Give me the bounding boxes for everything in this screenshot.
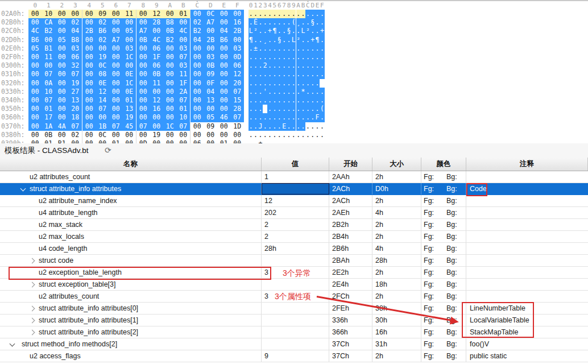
hex-byte[interactable]: 00 xyxy=(191,79,204,88)
hex-byte[interactable]: 11 xyxy=(123,10,136,18)
color-cell[interactable]: Fg:Bg: xyxy=(421,338,466,350)
ascii-char[interactable]: . xyxy=(315,18,320,27)
hex-byte[interactable]: 06 xyxy=(69,53,82,61)
hex-byte[interactable]: 00 xyxy=(82,70,96,78)
ascii-char[interactable]: . xyxy=(315,27,320,35)
comment-cell[interactable] xyxy=(466,195,588,206)
ascii-char[interactable]: . xyxy=(291,10,296,18)
name-cell[interactable]: u2 max_stack xyxy=(0,219,262,230)
value-cell[interactable]: 3 xyxy=(262,267,329,278)
hex-byte[interactable]: 00 xyxy=(109,61,123,70)
color-cell[interactable]: Fg:Bg: xyxy=(421,303,466,314)
hex-byte[interactable]: 06 xyxy=(231,61,245,70)
ascii-char[interactable]: . xyxy=(310,96,315,105)
hex-byte[interactable]: 00 xyxy=(28,113,42,122)
ascii-char[interactable]: . xyxy=(315,10,320,18)
hex-byte[interactable]: B6 xyxy=(217,36,231,44)
column-header-comment[interactable]: 注释 xyxy=(466,158,588,171)
hex-byte[interactable]: 03 xyxy=(231,44,245,53)
ascii-char[interactable]: . xyxy=(277,10,281,18)
ascii-char[interactable]: . xyxy=(258,131,263,139)
start-cell[interactable]: 2B4h xyxy=(329,231,372,242)
template-row[interactable]: u2 attributes_count12AAh2hFg:Bg: xyxy=(0,171,588,183)
ascii-char[interactable]: . xyxy=(258,70,263,78)
value-cell[interactable]: 2 xyxy=(262,219,329,230)
ascii-char[interactable]: . xyxy=(305,70,310,78)
hex-byte[interactable]: 00 xyxy=(136,113,150,122)
hex-byte[interactable]: A7 xyxy=(136,27,150,35)
hex-byte[interactable]: 00 xyxy=(191,44,204,53)
hex-byte[interactable]: 0C xyxy=(96,131,110,139)
hex-byte[interactable]: 00 xyxy=(231,36,245,44)
ascii-char[interactable]: ¸ xyxy=(263,36,267,44)
hex-byte[interactable]: 08 xyxy=(96,70,110,78)
ascii-char[interactable]: . xyxy=(305,122,310,131)
ascii-char[interactable]: . xyxy=(249,131,253,139)
ascii-char[interactable]: . xyxy=(263,53,267,61)
size-cell[interactable]: 2h xyxy=(372,219,421,230)
size-cell[interactable]: 18h xyxy=(372,279,421,290)
ascii-char[interactable]: . xyxy=(291,53,296,61)
ascii-char[interactable]: . xyxy=(272,131,277,139)
ascii-char[interactable]: . xyxy=(281,44,286,53)
color-cell[interactable]: Fg:Bg: xyxy=(421,171,466,183)
hex-byte[interactable]: 00 xyxy=(150,27,164,35)
ascii-char[interactable]: ± xyxy=(253,44,258,53)
ascii-char[interactable]: . xyxy=(272,36,277,44)
ascii-char[interactable]: . xyxy=(272,88,277,96)
hex-byte[interactable]: CA xyxy=(42,18,56,27)
color-cell[interactable]: Fg:Bg: xyxy=(421,255,466,266)
hex-byte[interactable]: 12 xyxy=(150,96,164,105)
ascii-char[interactable]: . xyxy=(277,131,281,139)
ascii-char[interactable]: . xyxy=(320,53,324,61)
hex-byte[interactable]: 32 xyxy=(69,61,82,70)
ascii-char[interactable]: ¶ xyxy=(272,27,277,35)
hex-byte[interactable]: A7 xyxy=(204,18,218,27)
hex-byte[interactable]: 00 xyxy=(82,122,96,131)
hex-byte[interactable]: 1C xyxy=(123,53,136,61)
start-cell[interactable]: 2E2h xyxy=(329,267,372,278)
ascii-char[interactable]: . xyxy=(253,113,258,122)
hex-byte[interactable]: 07 xyxy=(69,70,82,78)
color-cell[interactable]: Fg:Bg: xyxy=(421,219,466,230)
name-cell[interactable]: struct attribute_info attributes[2] xyxy=(0,326,262,338)
ascii-char[interactable]: . xyxy=(320,18,324,27)
value-cell[interactable] xyxy=(262,279,329,290)
hex-byte[interactable]: 19 xyxy=(123,113,136,122)
ascii-char[interactable]: * xyxy=(301,88,305,96)
hex-byte[interactable]: 10 xyxy=(42,88,56,96)
ascii-char[interactable]: . xyxy=(287,113,291,122)
hex-byte[interactable]: 00 xyxy=(204,44,218,53)
color-cell[interactable]: Fg:Bg: xyxy=(421,243,466,254)
hex-byte[interactable]: 1C xyxy=(163,122,177,131)
comment-cell[interactable] xyxy=(466,171,588,183)
ascii-char[interactable]: . xyxy=(253,79,258,88)
hex-byte[interactable]: 16 xyxy=(150,105,164,113)
ascii-char[interactable]: . xyxy=(310,53,315,61)
hex-byte[interactable]: 0B xyxy=(163,27,177,35)
ascii-char[interactable]: . xyxy=(249,122,253,131)
ascii-char[interactable]: . xyxy=(296,113,301,122)
ascii-char[interactable]: . xyxy=(277,105,281,113)
ascii-char[interactable]: E xyxy=(281,122,286,131)
ascii-char[interactable]: . xyxy=(296,122,301,131)
ascii-char[interactable]: . xyxy=(305,79,310,88)
ascii-char[interactable]: . xyxy=(315,96,320,105)
ascii-char[interactable]: . xyxy=(287,105,291,113)
ascii-char[interactable]: . xyxy=(320,36,324,44)
ascii-char[interactable]: . xyxy=(272,44,277,53)
ascii-char[interactable]: . xyxy=(287,131,291,139)
hex-byte[interactable]: 00 xyxy=(163,70,177,78)
hex-byte[interactable]: 00 xyxy=(55,88,69,96)
hex-byte[interactable]: 00 xyxy=(82,61,96,70)
hex-byte[interactable]: 00 xyxy=(55,113,69,122)
ascii-char[interactable]: . xyxy=(281,105,286,113)
ascii-char[interactable]: . xyxy=(296,105,301,113)
hex-byte[interactable]: 0B xyxy=(150,70,164,78)
value-cell[interactable]: 202 xyxy=(262,207,329,218)
hex-byte[interactable]: 17 xyxy=(42,113,56,122)
hex-byte[interactable]: 00 xyxy=(204,27,218,35)
comment-cell[interactable] xyxy=(466,267,588,278)
hex-byte[interactable]: 00 xyxy=(150,88,164,96)
name-cell[interactable]: struct method_info methods[2] xyxy=(0,338,262,350)
